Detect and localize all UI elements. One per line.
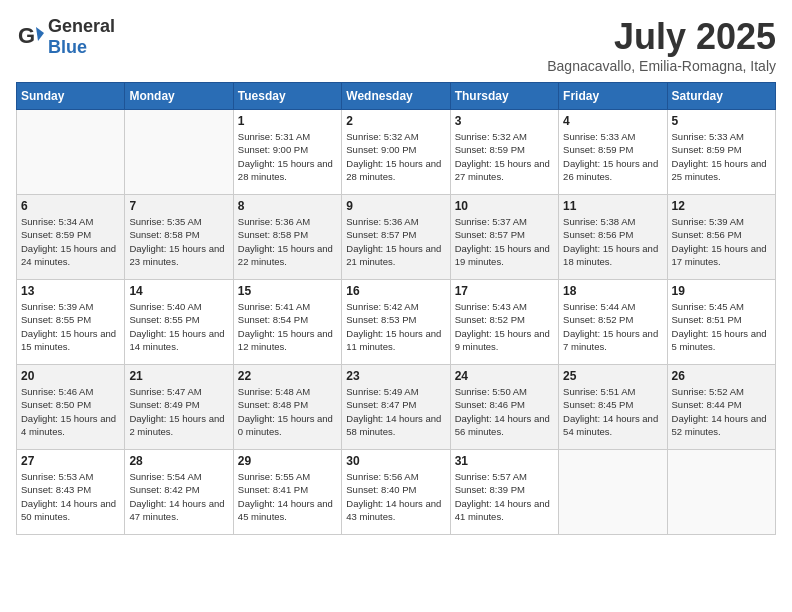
calendar-cell: 14Sunrise: 5:40 AM Sunset: 8:55 PM Dayli… [125, 280, 233, 365]
calendar-cell: 9Sunrise: 5:36 AM Sunset: 8:57 PM Daylig… [342, 195, 450, 280]
day-info: Sunrise: 5:32 AM Sunset: 8:59 PM Dayligh… [455, 130, 554, 183]
calendar-cell [125, 110, 233, 195]
day-number: 3 [455, 114, 554, 128]
day-info: Sunrise: 5:54 AM Sunset: 8:42 PM Dayligh… [129, 470, 228, 523]
calendar-cell: 18Sunrise: 5:44 AM Sunset: 8:52 PM Dayli… [559, 280, 667, 365]
calendar-cell: 11Sunrise: 5:38 AM Sunset: 8:56 PM Dayli… [559, 195, 667, 280]
day-info: Sunrise: 5:50 AM Sunset: 8:46 PM Dayligh… [455, 385, 554, 438]
day-number: 10 [455, 199, 554, 213]
calendar-cell: 7Sunrise: 5:35 AM Sunset: 8:58 PM Daylig… [125, 195, 233, 280]
day-number: 15 [238, 284, 337, 298]
calendar-cell: 17Sunrise: 5:43 AM Sunset: 8:52 PM Dayli… [450, 280, 558, 365]
day-info: Sunrise: 5:49 AM Sunset: 8:47 PM Dayligh… [346, 385, 445, 438]
logo-text-blue: Blue [48, 37, 87, 57]
day-info: Sunrise: 5:39 AM Sunset: 8:55 PM Dayligh… [21, 300, 120, 353]
day-number: 27 [21, 454, 120, 468]
calendar-table: SundayMondayTuesdayWednesdayThursdayFrid… [16, 82, 776, 535]
calendar-week-row: 20Sunrise: 5:46 AM Sunset: 8:50 PM Dayli… [17, 365, 776, 450]
day-number: 19 [672, 284, 771, 298]
day-number: 11 [563, 199, 662, 213]
day-number: 16 [346, 284, 445, 298]
day-number: 4 [563, 114, 662, 128]
calendar-cell: 8Sunrise: 5:36 AM Sunset: 8:58 PM Daylig… [233, 195, 341, 280]
calendar-cell: 5Sunrise: 5:33 AM Sunset: 8:59 PM Daylig… [667, 110, 775, 195]
calendar-cell: 26Sunrise: 5:52 AM Sunset: 8:44 PM Dayli… [667, 365, 775, 450]
day-number: 7 [129, 199, 228, 213]
day-number: 9 [346, 199, 445, 213]
day-number: 13 [21, 284, 120, 298]
calendar-cell [559, 450, 667, 535]
calendar-cell: 3Sunrise: 5:32 AM Sunset: 8:59 PM Daylig… [450, 110, 558, 195]
day-info: Sunrise: 5:36 AM Sunset: 8:57 PM Dayligh… [346, 215, 445, 268]
day-number: 21 [129, 369, 228, 383]
day-of-week-header: Thursday [450, 83, 558, 110]
calendar-cell: 22Sunrise: 5:48 AM Sunset: 8:48 PM Dayli… [233, 365, 341, 450]
calendar-week-row: 27Sunrise: 5:53 AM Sunset: 8:43 PM Dayli… [17, 450, 776, 535]
month-title: July 2025 [547, 16, 776, 58]
day-info: Sunrise: 5:39 AM Sunset: 8:56 PM Dayligh… [672, 215, 771, 268]
calendar-cell: 27Sunrise: 5:53 AM Sunset: 8:43 PM Dayli… [17, 450, 125, 535]
calendar-week-row: 1Sunrise: 5:31 AM Sunset: 9:00 PM Daylig… [17, 110, 776, 195]
day-number: 22 [238, 369, 337, 383]
day-info: Sunrise: 5:38 AM Sunset: 8:56 PM Dayligh… [563, 215, 662, 268]
day-info: Sunrise: 5:43 AM Sunset: 8:52 PM Dayligh… [455, 300, 554, 353]
day-info: Sunrise: 5:44 AM Sunset: 8:52 PM Dayligh… [563, 300, 662, 353]
calendar-cell: 4Sunrise: 5:33 AM Sunset: 8:59 PM Daylig… [559, 110, 667, 195]
day-of-week-header: Wednesday [342, 83, 450, 110]
calendar-cell: 25Sunrise: 5:51 AM Sunset: 8:45 PM Dayli… [559, 365, 667, 450]
page-header: G General Blue July 2025 Bagnacavallo, E… [16, 16, 776, 74]
day-info: Sunrise: 5:31 AM Sunset: 9:00 PM Dayligh… [238, 130, 337, 183]
calendar-cell: 28Sunrise: 5:54 AM Sunset: 8:42 PM Dayli… [125, 450, 233, 535]
logo: G General Blue [16, 16, 115, 58]
day-number: 18 [563, 284, 662, 298]
day-of-week-header: Sunday [17, 83, 125, 110]
calendar-cell [667, 450, 775, 535]
calendar-cell: 6Sunrise: 5:34 AM Sunset: 8:59 PM Daylig… [17, 195, 125, 280]
day-info: Sunrise: 5:51 AM Sunset: 8:45 PM Dayligh… [563, 385, 662, 438]
calendar-cell: 12Sunrise: 5:39 AM Sunset: 8:56 PM Dayli… [667, 195, 775, 280]
calendar-cell: 19Sunrise: 5:45 AM Sunset: 8:51 PM Dayli… [667, 280, 775, 365]
day-number: 29 [238, 454, 337, 468]
calendar-cell: 16Sunrise: 5:42 AM Sunset: 8:53 PM Dayli… [342, 280, 450, 365]
day-of-week-header: Tuesday [233, 83, 341, 110]
day-of-week-header: Saturday [667, 83, 775, 110]
day-info: Sunrise: 5:57 AM Sunset: 8:39 PM Dayligh… [455, 470, 554, 523]
day-info: Sunrise: 5:45 AM Sunset: 8:51 PM Dayligh… [672, 300, 771, 353]
day-info: Sunrise: 5:56 AM Sunset: 8:40 PM Dayligh… [346, 470, 445, 523]
title-area: July 2025 Bagnacavallo, Emilia-Romagna, … [547, 16, 776, 74]
day-number: 31 [455, 454, 554, 468]
day-info: Sunrise: 5:33 AM Sunset: 8:59 PM Dayligh… [563, 130, 662, 183]
day-number: 1 [238, 114, 337, 128]
day-info: Sunrise: 5:53 AM Sunset: 8:43 PM Dayligh… [21, 470, 120, 523]
calendar-cell: 2Sunrise: 5:32 AM Sunset: 9:00 PM Daylig… [342, 110, 450, 195]
logo-icon: G [16, 23, 44, 51]
day-number: 14 [129, 284, 228, 298]
day-number: 24 [455, 369, 554, 383]
calendar-cell: 15Sunrise: 5:41 AM Sunset: 8:54 PM Dayli… [233, 280, 341, 365]
day-info: Sunrise: 5:47 AM Sunset: 8:49 PM Dayligh… [129, 385, 228, 438]
day-number: 20 [21, 369, 120, 383]
day-info: Sunrise: 5:55 AM Sunset: 8:41 PM Dayligh… [238, 470, 337, 523]
calendar-week-row: 13Sunrise: 5:39 AM Sunset: 8:55 PM Dayli… [17, 280, 776, 365]
day-info: Sunrise: 5:37 AM Sunset: 8:57 PM Dayligh… [455, 215, 554, 268]
location-subtitle: Bagnacavallo, Emilia-Romagna, Italy [547, 58, 776, 74]
day-number: 23 [346, 369, 445, 383]
day-info: Sunrise: 5:33 AM Sunset: 8:59 PM Dayligh… [672, 130, 771, 183]
day-info: Sunrise: 5:46 AM Sunset: 8:50 PM Dayligh… [21, 385, 120, 438]
day-number: 5 [672, 114, 771, 128]
calendar-cell: 31Sunrise: 5:57 AM Sunset: 8:39 PM Dayli… [450, 450, 558, 535]
calendar-cell: 20Sunrise: 5:46 AM Sunset: 8:50 PM Dayli… [17, 365, 125, 450]
calendar-week-row: 6Sunrise: 5:34 AM Sunset: 8:59 PM Daylig… [17, 195, 776, 280]
svg-text:G: G [18, 23, 35, 48]
day-number: 30 [346, 454, 445, 468]
day-info: Sunrise: 5:48 AM Sunset: 8:48 PM Dayligh… [238, 385, 337, 438]
day-info: Sunrise: 5:36 AM Sunset: 8:58 PM Dayligh… [238, 215, 337, 268]
day-info: Sunrise: 5:52 AM Sunset: 8:44 PM Dayligh… [672, 385, 771, 438]
calendar-header-row: SundayMondayTuesdayWednesdayThursdayFrid… [17, 83, 776, 110]
logo-text-general: General [48, 16, 115, 36]
calendar-cell: 30Sunrise: 5:56 AM Sunset: 8:40 PM Dayli… [342, 450, 450, 535]
day-info: Sunrise: 5:34 AM Sunset: 8:59 PM Dayligh… [21, 215, 120, 268]
calendar-cell: 1Sunrise: 5:31 AM Sunset: 9:00 PM Daylig… [233, 110, 341, 195]
day-of-week-header: Monday [125, 83, 233, 110]
svg-marker-1 [36, 27, 44, 41]
